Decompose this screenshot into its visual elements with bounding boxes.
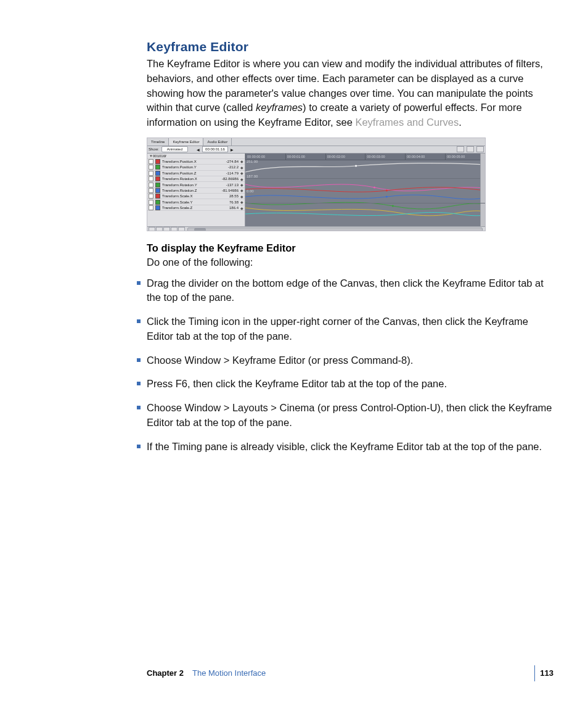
param-row: Transform.Position.X-274.84◆ [147,159,245,165]
vertical-scrollbar [480,154,485,226]
tab-timeline: Timeline [147,138,169,146]
intro-italic: keyframes [256,102,303,113]
chapter-label: Chapter 2 [147,668,184,678]
svg-point-2 [386,189,388,191]
param-value: -212.2 [216,165,239,169]
param-name: Transform.Scale.Y [162,200,216,204]
keyframe-diamond-icon: ◆ [240,165,243,170]
footer-left-buttons [147,227,185,231]
keyframe-editor-screenshot: Timeline Keyframe Editor Audio Editor Sh… [147,138,486,231]
checkbox-icon [149,194,153,199]
checkbox-icon [149,176,153,181]
checkbox-icon [149,205,153,210]
keyframe-diamond-icon: ◆ [240,206,243,210]
footer-btn-icon [163,227,170,231]
param-group-name: 001016f [153,154,166,158]
parameter-list: ▼ 001016f Transform.Position.X-274.84◆Tr… [147,154,245,226]
show-select: Animated [161,146,188,152]
param-name: Transform.Position.Y [162,165,216,169]
footer-separator [534,665,535,681]
checkbox-icon [149,188,153,193]
bullet-item: If the Timing pane is already visible, c… [147,440,553,454]
param-row: Transform.Rotation.Z-81.94986◆ [147,188,245,194]
param-row: Transform.Scale.Y76.38◆ [147,199,245,205]
param-value: -274.84 [216,160,239,163]
instruction-bullets: Drag the divider on the bottom edge of t… [147,276,553,454]
keyframe-diamond-icon: ◆ [240,177,243,181]
footer-btn-icon [156,227,163,231]
param-name: Transform.Position.Z [162,171,216,175]
param-row: Transform.Position.Z-114.79◆ [147,171,245,176]
color-swatch [155,171,160,176]
intro-text-3: . [459,117,462,128]
color-swatch [155,176,160,181]
checkbox-icon [149,183,153,187]
param-row: Transform.Rotation.Y-137.13◆ [147,182,245,187]
screenshot-tabs: Timeline Keyframe Editor Audio Editor [147,138,485,146]
color-swatch [155,188,160,193]
param-name: Transform.Scale.X [162,194,216,198]
param-name: Transform.Scale.Z [162,206,216,210]
color-swatch [155,205,160,210]
horizontal-scrollbar [187,228,483,231]
keyframe-diamond-icon: ◆ [240,159,243,163]
param-name: Transform.Position.X [162,160,216,163]
bullet-item: Click the Timing icon in the upper-right… [147,314,553,344]
keyframe-diamond-icon: ◆ [240,171,243,175]
ruler-tick: 00:00:01:00 [285,154,325,160]
ruler-tick: 00:00:03:00 [365,154,405,160]
param-name: Transform.Rotation.Z [162,189,216,192]
checkbox-icon [149,165,153,170]
checkbox-icon [149,159,153,164]
checkbox-icon [149,171,153,176]
ruler-tick: 00:00:02:00 [325,154,365,160]
keyframe-diamond-icon: ◆ [240,188,243,192]
show-label: Show: [149,147,159,151]
keyframe-diamond-icon: ◆ [240,200,243,204]
page-container: Keyframe Editor The Keyframe Editor is w… [0,0,588,706]
intro-paragraph: The Keyframe Editor is where you can vie… [147,57,553,130]
param-value: 186.4 [216,206,239,210]
bullet-item: Choose Window > Layouts > Cinema (or pre… [147,401,553,430]
footer-btn-icon [171,227,178,231]
screenshot-showbar: Show: Animated ◀ 00:00:01:16 ▶ [147,146,485,154]
keyframe-diamond-icon: ◆ [240,183,243,187]
color-swatch [155,200,160,205]
svg-point-1 [374,186,375,188]
color-swatch [155,159,160,164]
keyframes-and-curves-link[interactable]: Keyframes and Curves [355,117,459,128]
ruler-tick: 00:00:00:00 [245,154,285,160]
page-footer: Chapter 2 The Motion Interface 113 [147,668,553,678]
param-name: Transform.Rotation.Y [162,183,216,187]
ruler-tick: 00:00:04:00 [405,154,445,160]
ruler-tick: 00:00:05:00 [445,154,485,160]
param-row: Transform.Scale.Z186.4◆ [147,205,245,211]
param-row: Transform.Rotation.X-82.86986◆ [147,176,245,182]
tab-keyframe-editor: Keyframe Editor [169,138,203,146]
screenshot-body: ▼ 001016f Transform.Position.X-274.84◆Tr… [147,154,485,226]
svg-point-0 [355,165,357,166]
howto-subline: Do one of the following: [147,255,553,270]
timecode-field: 00:00:01:16 [202,146,228,152]
section-heading: Keyframe Editor [147,39,553,54]
param-value: -81.94986 [216,189,239,192]
param-value: -82.86986 [216,177,239,181]
curve-icon [467,146,474,152]
bullet-item: Drag the divider on the bottom edge of t… [147,276,553,306]
svg-point-4 [392,205,394,207]
param-row: Transform.Position.Y-212.2◆ [147,165,245,170]
curve-area: 00:00:00:00 00:00:01:00 00:00:02:00 00:0… [245,154,485,226]
color-swatch [155,165,160,170]
box-icon [476,146,484,152]
screenshot-footer [147,226,485,231]
howto-heading: To display the Keyframe Editor [147,242,553,254]
param-group-row: ▼ 001016f [147,154,245,159]
bullet-item: Choose Window > Keyframe Editor (or pres… [147,353,553,368]
tab-audio-editor: Audio Editor [203,138,232,146]
bullet-item: Press F6, then click the Keyframe Editor… [147,377,553,392]
footer-btn-icon [149,227,155,231]
param-value: 76.38 [216,200,239,204]
snap-icon [457,146,464,152]
chapter-name: The Motion Interface [192,668,266,678]
param-value: -114.79 [216,171,239,175]
